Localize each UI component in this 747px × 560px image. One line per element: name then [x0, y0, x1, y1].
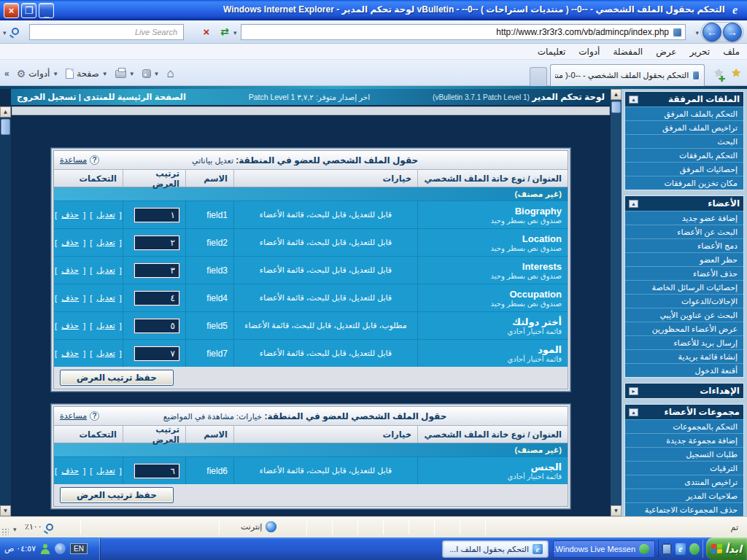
sidebar-item[interactable]: إنشاء قائمة بريدية	[625, 349, 743, 363]
minimize-button[interactable]: _	[39, 3, 54, 18]
search-icon[interactable]	[12, 27, 19, 37]
delete-link[interactable]: حذف	[61, 265, 79, 275]
sidebar-item[interactable]: مكان تخزين المرفقات	[625, 176, 743, 190]
delete-link[interactable]: حذف	[61, 349, 79, 358]
back-button[interactable]: ←	[703, 23, 721, 42]
tools-menu-button[interactable]: ⚙ أدوات ▼	[17, 68, 59, 79]
menu-item-5[interactable]: تعليمات	[538, 47, 566, 57]
refresh-button[interactable]: ⇄	[216, 25, 233, 39]
sidebar-item[interactable]: الترقيات	[625, 461, 743, 475]
sidebar-item[interactable]: الإحالات/الدعوات	[625, 294, 743, 308]
sidebar-item[interactable]: حذف الأعضاء	[625, 266, 743, 280]
sidebar-scrollbar[interactable]: ▲ ▼	[611, 89, 622, 516]
zoom-dropdown[interactable]: ▾	[13, 526, 17, 533]
sidebar-item[interactable]: عرض الأعضاء المحظورين	[625, 322, 743, 335]
toolbar-overflow-chevron[interactable]: «	[4, 69, 9, 79]
sidebar-item[interactable]: أقنعة الدخول	[625, 363, 743, 377]
scroll-down-icon[interactable]: ▼	[0, 505, 11, 516]
save-display-order-button[interactable]: حفظ ترتيب العرض	[60, 487, 174, 503]
scroll-up-icon[interactable]: ▲	[611, 89, 622, 100]
messenger-status-icon[interactable]	[40, 544, 50, 554]
display-order-input[interactable]	[134, 208, 179, 222]
delete-link[interactable]: حذف	[61, 210, 79, 219]
stop-button[interactable]: ×	[198, 25, 214, 39]
display-order-input[interactable]	[134, 346, 179, 361]
menu-item-1[interactable]: تحرير	[690, 47, 711, 57]
sidebar-section-header[interactable]: مجموعات الأعضاء▲	[625, 405, 743, 419]
delete-link[interactable]: حذف	[61, 466, 79, 475]
scroll-down-icon[interactable]: ▼	[611, 505, 622, 516]
delete-link[interactable]: حذف	[61, 238, 79, 247]
page-menu-button[interactable]: صفحة ▼	[66, 69, 107, 79]
collapse-toggle-icon[interactable]: ▲	[629, 96, 638, 104]
delete-link[interactable]: حذف	[61, 321, 79, 330]
address-input[interactable]: http://www.r3r3r3.com/vb/admincp/index.p…	[241, 24, 686, 40]
sidebar-item[interactable]: البحث	[625, 134, 743, 148]
favorites-icon[interactable]: ★	[732, 63, 741, 82]
sidebar-item[interactable]: دمج الأعضاء	[625, 238, 743, 252]
help-link[interactable]: ? مساعدة	[60, 155, 99, 165]
print-button[interactable]: ▼	[115, 70, 135, 78]
sidebar-item[interactable]: تراخيص المنتدى	[625, 475, 743, 489]
show-desktop-icon[interactable]	[662, 543, 672, 555]
recent-pages-dropdown[interactable]: ▾	[695, 29, 699, 36]
messenger-quicklaunch-icon[interactable]	[689, 543, 700, 555]
edit-link[interactable]: تعديل	[96, 238, 115, 247]
menu-item-3[interactable]: المفضلة	[613, 47, 643, 57]
collapse-toggle-icon[interactable]: ▲	[629, 408, 638, 416]
sidebar-item[interactable]: البحث عن عناوين الأيبي	[625, 308, 743, 322]
collapse-toggle-icon[interactable]: ▲	[629, 200, 638, 208]
sidebar-item[interactable]: التحكم بالمجموعات	[625, 419, 743, 433]
edit-link[interactable]: تعديل	[96, 349, 115, 358]
sidebar-section-header[interactable]: الأعضاء▲	[625, 196, 743, 211]
delete-link[interactable]: حذف	[61, 293, 79, 303]
tab-active[interactable]: التحكم بحقول الملف الشخصي - --0-( منتديا…	[550, 64, 705, 86]
forum-home-link[interactable]: الصفحة الرئيسية للمنتدى	[83, 93, 186, 101]
taskbar-button-messenger[interactable]: Windows Live Messen...	[553, 540, 655, 558]
language-indicator[interactable]: EN	[70, 543, 88, 554]
scrollbar-thumb[interactable]	[611, 101, 621, 113]
sidebar-section-header[interactable]: الملفات المرفقة▲	[625, 92, 743, 106]
close-button[interactable]: ×	[4, 3, 19, 18]
edit-link[interactable]: تعديل	[96, 265, 115, 275]
address-dropdown[interactable]: ▾	[233, 29, 237, 36]
edit-link[interactable]: تعديل	[96, 466, 115, 475]
display-order-input[interactable]	[134, 236, 179, 250]
sidebar-item[interactable]: البحث عن الأعضاء	[625, 225, 743, 238]
scrollbar-thumb[interactable]	[1, 119, 10, 135]
hide-icons-chevron[interactable]: ‹	[55, 543, 66, 554]
display-order-input[interactable]	[134, 319, 179, 333]
scroll-up-icon[interactable]: ▲	[0, 106, 11, 117]
menu-item-0[interactable]: ملف	[723, 47, 740, 57]
ie-quicklaunch-icon[interactable]: e	[676, 543, 686, 555]
content-scrollbar[interactable]: ▲ ▼	[0, 106, 11, 516]
sidebar-item[interactable]: إحصائيات المرفق	[625, 162, 743, 176]
sidebar-section-header[interactable]: الإهداءات►	[625, 384, 743, 398]
menu-item-2[interactable]: عرض	[656, 47, 676, 57]
sidebar-item[interactable]: إضافة مجموعة جديدة	[625, 433, 743, 447]
zoom-control[interactable]: ١٠٠٪	[25, 522, 53, 532]
sidebar-item[interactable]: تراخيص الملف المرفق	[625, 120, 743, 134]
sidebar-item[interactable]: حظر العضو	[625, 252, 743, 266]
resize-grip[interactable]	[1, 528, 9, 535]
save-display-order-button[interactable]: حفظ ترتيب العرض	[60, 370, 174, 386]
sidebar-item[interactable]: حذف المجموعات الاجتماعية	[625, 502, 743, 516]
taskbar-button-ie[interactable]: e التحكم بحقول الملف ا...	[442, 540, 549, 558]
edit-link[interactable]: تعديل	[96, 293, 115, 303]
menu-item-4[interactable]: أدوات	[578, 47, 600, 57]
forward-button[interactable]: →	[723, 23, 742, 42]
collapse-toggle-icon[interactable]: ►	[629, 387, 638, 395]
add-favorite-icon[interactable]: ★✚	[714, 63, 724, 82]
help-link[interactable]: ? مساعدة	[60, 411, 99, 421]
sidebar-item[interactable]: إضافة عضو جديد	[625, 211, 743, 225]
sidebar-item[interactable]: صلاحيات المدير	[625, 489, 743, 502]
sidebar-item[interactable]: إرسال بريد للأعضاء	[625, 335, 743, 349]
sidebar-item[interactable]: إحصائيات الرسائل الخاصة	[625, 280, 743, 294]
edit-link[interactable]: تعديل	[96, 321, 115, 330]
display-order-input[interactable]	[134, 291, 179, 306]
sidebar-item[interactable]: طلبات التسجيل	[625, 447, 743, 461]
feeds-button[interactable]: ▼	[142, 69, 160, 78]
sidebar-item[interactable]: التحكم بالملف المرفق	[625, 106, 743, 120]
new-tab-stub[interactable]	[530, 67, 547, 86]
display-order-input[interactable]	[134, 464, 179, 478]
